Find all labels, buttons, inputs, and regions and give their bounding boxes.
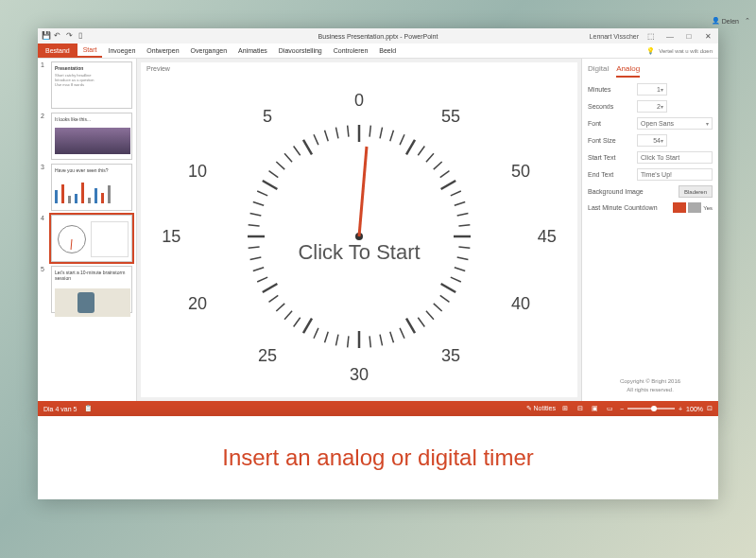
clock-num-50: 50 [511, 162, 530, 182]
svg-line-57 [325, 130, 329, 140]
svg-line-28 [380, 334, 382, 345]
svg-line-51 [269, 170, 279, 177]
maximize-icon[interactable]: □ [682, 31, 696, 41]
svg-line-44 [249, 247, 260, 248]
powerpoint-window: 💾 ↶ ↷ ▯ Business Presentation.pptx - Pow… [38, 28, 718, 416]
view-reading-icon[interactable]: ▣ [590, 404, 601, 413]
redo-icon[interactable]: ↷ [66, 31, 76, 41]
svg-line-14 [458, 224, 470, 225]
slide-counter: Dia 4 van 5 [43, 406, 77, 412]
zoom-level[interactable]: 100% [686, 406, 703, 412]
svg-line-31 [348, 336, 349, 347]
tab-start[interactable]: Start [77, 44, 103, 58]
svg-line-3 [390, 130, 394, 140]
tab-invoegen[interactable]: Invoegen [102, 44, 141, 58]
share-button[interactable]: 👤 Delen ⌃ [712, 17, 750, 25]
save-icon[interactable]: 💾 [42, 31, 51, 41]
svg-line-55 [303, 139, 312, 154]
svg-line-48 [253, 201, 264, 205]
thumbnail-5[interactable]: 5 Let's start a 10-minute brainstorm ses… [41, 266, 133, 313]
svg-line-21 [440, 295, 450, 302]
slideshow-icon[interactable]: ▯ [78, 31, 88, 41]
file-tab[interactable]: Bestand [38, 44, 77, 58]
titlebar: 💾 ↶ ↷ ▯ Business Presentation.pptx - Pow… [38, 28, 718, 44]
svg-line-7 [426, 153, 434, 162]
fit-icon[interactable]: ⊡ [707, 405, 713, 412]
svg-line-26 [400, 327, 404, 338]
svg-line-22 [434, 303, 442, 310]
endtext-label: End Text [588, 171, 637, 178]
notes-button[interactable]: ✎ Notities [526, 405, 556, 412]
svg-line-19 [451, 277, 461, 282]
svg-line-5 [406, 139, 415, 154]
preview-label: Preview [141, 62, 577, 75]
svg-line-53 [284, 153, 292, 162]
svg-line-1 [369, 125, 370, 136]
minutes-input[interactable]: 1▾ [637, 83, 667, 96]
svg-line-23 [426, 310, 434, 319]
tab-diavoorstelling[interactable]: Diavoorstelling [273, 44, 328, 58]
tab-overgangen[interactable]: Overgangen [185, 44, 233, 58]
tab-controleren[interactable]: Controleren [328, 44, 374, 58]
clock-num-5: 5 [263, 107, 272, 127]
starttext-input[interactable]: Click To Start [637, 151, 713, 164]
minutes-label: Minutes [588, 86, 637, 93]
svg-line-36 [294, 317, 301, 326]
svg-line-8 [434, 162, 442, 169]
analog-clock[interactable]: 0 55 50 45 40 35 30 25 20 15 10 5 Click … [141, 75, 577, 397]
clock-num-15: 15 [162, 226, 180, 246]
seconds-label: Seconds [588, 103, 637, 110]
tab-ontwerpen[interactable]: Ontwerpen [141, 44, 184, 58]
thumbnail-3[interactable]: 3 Have you ever seen this? [41, 164, 133, 211]
bulb-icon: 💡 [646, 47, 655, 55]
chevron-up-icon[interactable]: ⌃ [745, 17, 750, 25]
view-sorter-icon[interactable]: ⊟ [575, 404, 586, 413]
tab-animaties[interactable]: Animaties [232, 44, 273, 58]
svg-line-50 [263, 181, 278, 189]
undo-icon[interactable]: ↶ [54, 31, 63, 41]
panel-tab-digital[interactable]: Digital [588, 64, 609, 78]
panel-footer: Copyright © Bright 2016 All rights reser… [588, 377, 713, 397]
tell-me-input[interactable]: Vertel wat u wilt doen [659, 48, 713, 54]
svg-line-20 [441, 284, 456, 292]
svg-line-56 [314, 134, 318, 145]
font-select[interactable]: Open Sans▾ [637, 117, 713, 130]
svg-line-32 [335, 334, 337, 345]
panel-tab-analog[interactable]: Analog [616, 64, 640, 78]
person-icon: 👤 [712, 17, 720, 25]
tab-beeld[interactable]: Beeld [373, 44, 402, 58]
chevron-down-icon: ▾ [661, 137, 663, 144]
svg-line-9 [440, 170, 450, 177]
chevron-down-icon: ▾ [661, 103, 663, 110]
thumbnail-1[interactable]: 1 PresentationShort catchy headlineIntro… [41, 61, 133, 109]
thumbnail-4[interactable]: 4 [41, 215, 133, 262]
clock-num-35: 35 [441, 345, 460, 365]
user-name: Lennart Visscher [590, 33, 639, 40]
view-slideshow-icon[interactable]: ▭ [605, 404, 616, 413]
minimize-icon[interactable]: — [663, 31, 677, 41]
svg-line-10 [441, 181, 456, 189]
thumbnail-2[interactable]: 2 It looks like this... [41, 113, 133, 160]
fontsize-input[interactable]: 54▾ [637, 134, 667, 147]
svg-line-25 [406, 318, 415, 333]
svg-line-33 [325, 331, 329, 341]
zoom-in-icon[interactable]: + [679, 406, 682, 412]
spellcheck-icon[interactable]: 📋 [84, 405, 93, 412]
seconds-input[interactable]: 2▾ [637, 100, 667, 113]
ribbon-options-icon[interactable]: ⬚ [644, 31, 658, 41]
svg-line-11 [451, 191, 461, 196]
svg-line-37 [284, 310, 292, 319]
endtext-input[interactable]: Time's Up! [637, 168, 713, 181]
slide-canvas: Preview 0 55 50 45 40 35 30 25 20 15 [141, 62, 577, 397]
zoom-slider[interactable] [627, 408, 675, 410]
timer-settings-panel: Digital Analog Minutes 1▾ Seconds 2▾ Fon… [581, 59, 718, 401]
zoom-out-icon[interactable]: − [620, 406, 624, 412]
svg-line-2 [380, 127, 382, 138]
close-icon[interactable]: ✕ [701, 31, 714, 41]
svg-line-12 [455, 201, 465, 205]
svg-line-4 [400, 134, 404, 145]
browse-button[interactable]: Bladeren [679, 185, 713, 198]
svg-line-46 [249, 224, 260, 225]
countdown-toggle[interactable]: Yes [673, 202, 713, 213]
view-normal-icon[interactable]: ⊞ [559, 404, 571, 413]
